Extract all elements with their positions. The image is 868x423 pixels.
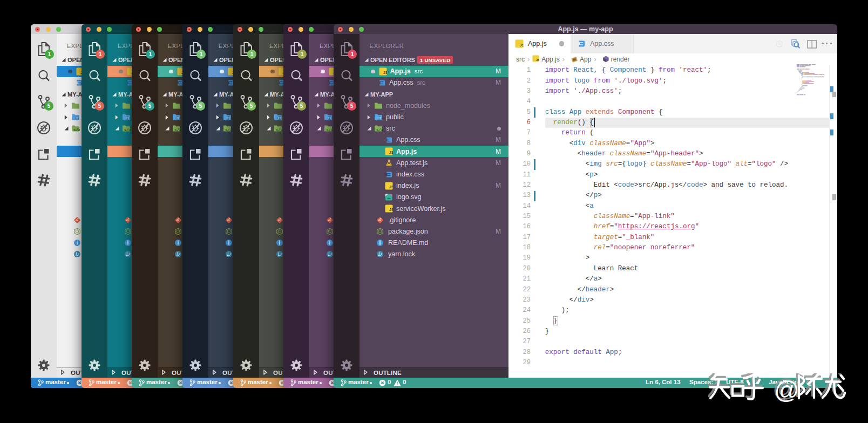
svg-text:</>: </> (73, 128, 80, 132)
svg-text:</>: </> (174, 128, 181, 132)
svg-text:</>: </> (376, 128, 383, 132)
svg-text:</>: </> (326, 128, 333, 132)
svg-text:JS: JS (389, 185, 393, 189)
svg-text:JS: JS (389, 208, 393, 212)
svg-text:</>: </> (124, 128, 131, 132)
svg-text:</>: </> (225, 128, 232, 132)
svg-text:JS: JS (520, 43, 524, 47)
svg-text:@: @ (774, 376, 799, 404)
svg-text:JS: JS (389, 151, 393, 155)
svg-text:JS: JS (383, 71, 387, 74)
svg-text:JS: JS (536, 57, 539, 61)
svg-text:</>: </> (276, 128, 282, 132)
